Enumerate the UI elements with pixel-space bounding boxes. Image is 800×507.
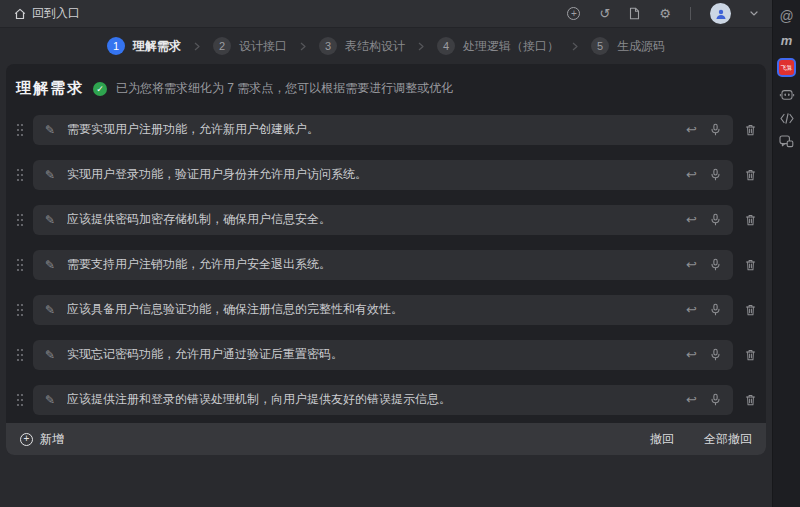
history-icon[interactable]: ↺ <box>599 7 610 20</box>
delete-icon[interactable] <box>745 124 756 136</box>
step-number: 3 <box>319 37 337 55</box>
undo-icon[interactable]: ↩ <box>686 123 697 136</box>
mic-icon[interactable] <box>710 258 721 271</box>
requirement-input[interactable]: ✎ 应该提供密码加密存储机制，确保用户信息安全。 ↩ <box>33 205 733 235</box>
mic-icon[interactable] <box>710 348 721 361</box>
new-project-icon[interactable]: + <box>567 7 580 20</box>
step-generate-source[interactable]: 5 生成源码 <box>591 37 665 55</box>
requirements-list: ✎ 需要实现用户注册功能，允许新用户创建账户。 ↩ <box>6 103 766 422</box>
undo-icon[interactable]: ↩ <box>686 213 697 226</box>
step-label: 设计接口 <box>239 38 287 55</box>
requirement-text[interactable]: 实现忘记密码功能，允许用户通过验证后重置密码。 <box>67 346 674 363</box>
home-icon <box>14 8 26 20</box>
undo-icon[interactable]: ↩ <box>686 168 697 181</box>
requirement-text[interactable]: 应该具备用户信息验证功能，确保注册信息的完整性和有效性。 <box>67 301 674 318</box>
requirement-row: ✎ 应该提供密码加密存储机制，确保用户信息安全。 ↩ <box>6 197 766 242</box>
back-label: 回到入口 <box>32 5 80 22</box>
requirement-row: ✎ 实现忘记密码功能，允许用户通过验证后重置密码。 ↩ <box>6 332 766 377</box>
requirement-input[interactable]: ✎ 需要实现用户注册功能，允许新用户创建账户。 ↩ <box>33 115 733 145</box>
step-label: 表结构设计 <box>345 38 405 55</box>
step-label: 生成源码 <box>617 38 665 55</box>
mic-icon[interactable] <box>710 168 721 181</box>
requirement-input[interactable]: ✎ 实现忘记密码功能，允许用户通过验证后重置密码。 ↩ <box>33 340 733 370</box>
drag-handle-icon[interactable] <box>16 212 24 228</box>
m-tool-icon[interactable]: m <box>781 34 793 47</box>
mic-icon[interactable] <box>710 213 721 226</box>
delete-icon[interactable] <box>745 394 756 406</box>
step-number: 4 <box>437 37 455 55</box>
requirement-text[interactable]: 应该提供密码加密存储机制，确保用户信息安全。 <box>67 211 674 228</box>
section-description: 已为您将需求细化为 7 需求点，您可以根据需要进行调整或优化 <box>116 80 453 97</box>
drag-handle-icon[interactable] <box>16 122 24 138</box>
delete-icon[interactable] <box>745 259 756 271</box>
undo-button[interactable]: 撤回 <box>650 431 674 448</box>
drag-handle-icon[interactable] <box>16 347 24 363</box>
workflow-stepper: 1 理解需求 2 设计接口 3 表结构设计 4 处理逻辑（接口） 5 生成源 <box>0 28 772 64</box>
requirement-actions: ↩ <box>686 348 721 361</box>
mic-icon[interactable] <box>710 303 721 316</box>
edit-icon: ✎ <box>45 303 55 317</box>
requirement-actions: ↩ <box>686 303 721 316</box>
requirement-row: ✎ 实现用户登录功能，验证用户身份并允许用户访问系统。 ↩ <box>6 152 766 197</box>
requirement-input[interactable]: ✎ 实现用户登录功能，验证用户身份并允许用户访问系统。 ↩ <box>33 160 733 190</box>
main-area: 回到入口 + ↺ ⚙ <box>0 0 772 507</box>
person-icon <box>715 8 727 20</box>
edit-icon: ✎ <box>45 213 55 227</box>
right-tool-sidebar: @ m 飞算 <box>772 0 800 507</box>
undo-icon[interactable]: ↩ <box>686 303 697 316</box>
delete-icon[interactable] <box>745 214 756 226</box>
step-understand-requirements[interactable]: 1 理解需求 <box>107 37 181 55</box>
spiral-logo-icon[interactable]: @ <box>779 9 793 23</box>
requirement-text[interactable]: 需要支持用户注销功能，允许用户安全退出系统。 <box>67 256 674 273</box>
document-icon[interactable] <box>629 7 640 20</box>
code-icon[interactable] <box>780 113 794 124</box>
group-chat-icon[interactable] <box>779 135 794 148</box>
requirement-text[interactable]: 需要实现用户注册功能，允许新用户创建账户。 <box>67 121 674 138</box>
delete-icon[interactable] <box>745 304 756 316</box>
settings-gear-icon[interactable]: ⚙ <box>659 7 671 20</box>
chevron-right-icon <box>572 42 578 51</box>
undo-icon[interactable]: ↩ <box>686 348 697 361</box>
step-design-interface[interactable]: 2 设计接口 <box>213 37 287 55</box>
requirement-text[interactable]: 应该提供注册和登录的错误处理机制，向用户提供友好的错误提示信息。 <box>67 391 674 408</box>
undo-all-button[interactable]: 全部撤回 <box>704 431 752 448</box>
edit-icon: ✎ <box>45 348 55 362</box>
requirement-row: ✎ 需要支持用户注销功能，允许用户安全退出系统。 ↩ <box>6 242 766 287</box>
drag-handle-icon[interactable] <box>16 257 24 273</box>
drag-handle-icon[interactable] <box>16 302 24 318</box>
robot-icon[interactable] <box>779 88 795 102</box>
user-avatar[interactable] <box>710 3 731 24</box>
step-number: 2 <box>213 37 231 55</box>
requirement-actions: ↩ <box>686 258 721 271</box>
add-requirement-button[interactable]: + 新增 <box>20 431 64 448</box>
requirement-actions: ↩ <box>686 213 721 226</box>
chevron-down-icon[interactable] <box>750 11 758 16</box>
requirement-input[interactable]: ✎ 需要支持用户注销功能，允许用户安全退出系统。 ↩ <box>33 250 733 280</box>
undo-icon[interactable]: ↩ <box>686 393 697 406</box>
requirement-input[interactable]: ✎ 应该提供注册和登录的错误处理机制，向用户提供友好的错误提示信息。 ↩ <box>33 385 733 415</box>
add-circle-icon: + <box>20 433 33 446</box>
undo-icon[interactable]: ↩ <box>686 258 697 271</box>
edit-icon: ✎ <box>45 168 55 182</box>
success-check-icon: ✓ <box>93 82 107 96</box>
step-table-structure[interactable]: 3 表结构设计 <box>319 37 405 55</box>
step-processing-logic[interactable]: 4 处理逻辑（接口） <box>437 37 559 55</box>
requirement-row: ✎ 应该提供注册和登录的错误处理机制，向用户提供友好的错误提示信息。 ↩ <box>6 377 766 422</box>
drag-handle-icon[interactable] <box>16 167 24 183</box>
requirement-actions: ↩ <box>686 168 721 181</box>
edit-icon: ✎ <box>45 258 55 272</box>
requirement-input[interactable]: ✎ 应该具备用户信息验证功能，确保注册信息的完整性和有效性。 ↩ <box>33 295 733 325</box>
back-to-entry-button[interactable]: 回到入口 <box>14 5 80 22</box>
requirement-text[interactable]: 实现用户登录功能，验证用户身份并允许用户访问系统。 <box>67 166 674 183</box>
mic-icon[interactable] <box>710 393 721 406</box>
mic-icon[interactable] <box>710 123 721 136</box>
feisuan-logo-icon[interactable]: 飞算 <box>777 58 796 77</box>
step-number: 1 <box>107 37 125 55</box>
drag-handle-icon[interactable] <box>16 392 24 408</box>
footer-actions: 撤回 全部撤回 <box>650 431 752 448</box>
delete-icon[interactable] <box>745 349 756 361</box>
delete-icon[interactable] <box>745 169 756 181</box>
chevron-right-icon <box>194 42 200 51</box>
requirement-row: ✎ 需要实现用户注册功能，允许新用户创建账户。 ↩ <box>6 107 766 152</box>
requirement-actions: ↩ <box>686 123 721 136</box>
